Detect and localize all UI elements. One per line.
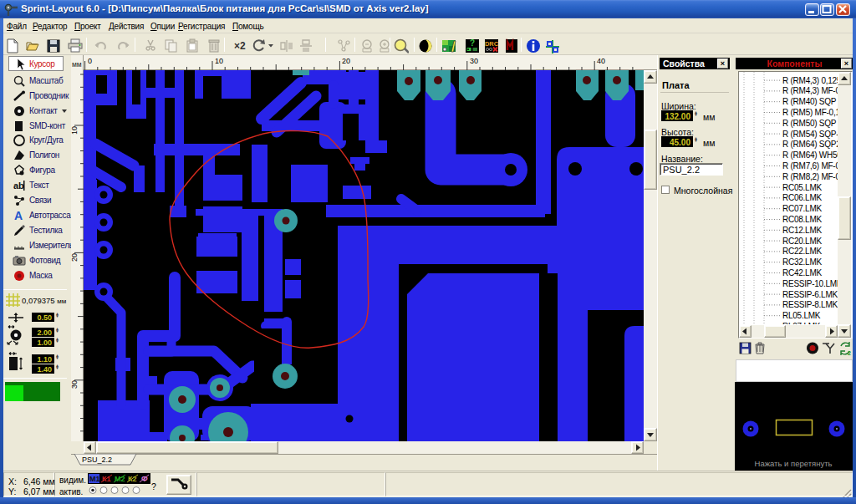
svg-text:30: 30: [71, 380, 79, 389]
svg-text:10: 10: [215, 57, 223, 65]
svg-text:30: 30: [470, 57, 478, 65]
svg-text:10: 10: [71, 126, 79, 135]
svg-text:20: 20: [71, 253, 79, 262]
svg-text:мм: мм: [72, 60, 82, 69]
svg-text:40: 40: [597, 57, 605, 65]
svg-text:20: 20: [342, 57, 350, 65]
svg-text:0: 0: [88, 57, 92, 65]
svg-text:A: A: [14, 209, 23, 222]
svg-text:DRC: DRC: [485, 40, 499, 48]
svg-text:Нажать и перетянуть: Нажать и перетянуть: [755, 459, 833, 468]
svg-text:ab: ab: [13, 181, 24, 191]
svg-text:PSU_2.2: PSU_2.2: [82, 456, 112, 464]
svg-text:2: 2: [848, 350, 851, 356]
svg-text:?: ?: [470, 38, 475, 48]
svg-text:М1: М1: [89, 475, 100, 483]
